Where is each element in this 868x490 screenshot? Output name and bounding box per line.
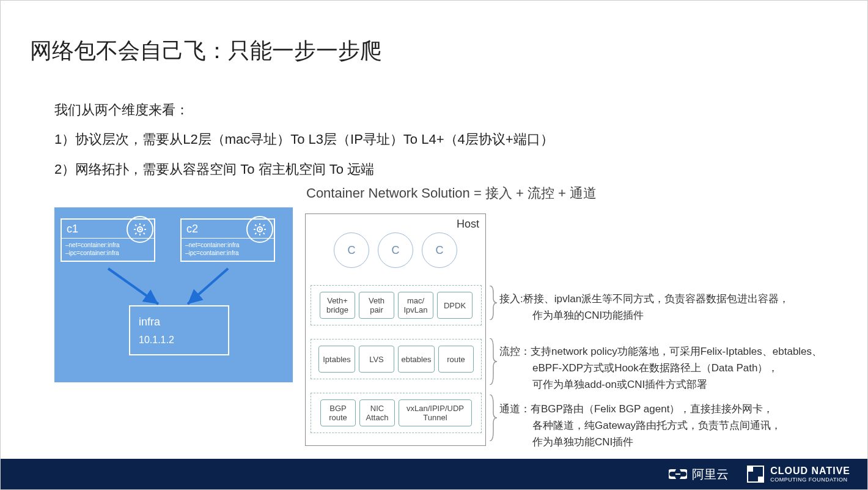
c2-label: c2: [186, 223, 198, 236]
slide: 网络包不会自己飞：只能一步一步爬 我们从两个维度来看： 1）协议层次，需要从L2…: [0, 0, 868, 490]
cncf-text: CLOUD NATIVE COMPUTING FOUNDATION: [770, 466, 850, 483]
svg-rect-8: [748, 466, 753, 472]
aliyun-text: 阿里云: [692, 466, 729, 483]
svg-rect-6: [675, 473, 680, 475]
desc-flow-l2: eBPF-XDP方式或Hook在数据路径上（Data Path），: [499, 360, 842, 376]
box-lvs: LVS: [359, 346, 394, 373]
brace-icon: [488, 286, 497, 320]
infra-ip: 10.1.1.2: [139, 335, 228, 346]
box-tunnel: vxLan/IPIP/UDPTunnel: [399, 399, 472, 426]
box-iptables: Iptables: [318, 346, 355, 373]
cncf-line1: CLOUD NATIVE: [770, 466, 850, 476]
desc-flow-l3: 可作为单独add-on或CNI插件方式部署: [499, 376, 842, 393]
aliyun-icon: [669, 467, 687, 481]
gear-icon: [127, 216, 153, 243]
desc-access-l1: 接入:桥接、ipvlan派生等不同方式，负责容器数据包进出容器，: [499, 291, 842, 307]
svg-rect-9: [758, 477, 763, 482]
cncf-line2: COMPUTING FOUNDATION: [770, 477, 850, 483]
host-diagram: Host C C C Veth+bridge Vethpair mac/IpvL…: [305, 213, 486, 446]
container-circle: C: [334, 232, 369, 268]
desc-flow-l1: 流控：支持network policy功能落地，可采用Felix-Iptable…: [499, 343, 842, 360]
desc-tunnel-l3: 作为单独功能CNI插件: [499, 434, 842, 450]
intro-line-0: 我们从两个维度来看：: [54, 95, 554, 125]
box-route: route: [438, 346, 474, 373]
intro-line-1: 1）协议层次，需要从L2层（mac寻址）To L3层（IP寻址）To L4+（4…: [54, 125, 554, 154]
infra-label: infra: [139, 316, 228, 329]
svg-marker-3: [259, 228, 262, 231]
box-bgp-route: BGProute: [320, 399, 356, 426]
gear-icon: [246, 216, 273, 243]
container-circles: C C C: [306, 232, 485, 273]
c2-sub2: –ipc=container:infra: [185, 249, 270, 257]
desc-flow: 流控：支持network policy功能落地，可采用Felix-Iptable…: [499, 343, 842, 393]
desc-access-l2: 作为单独的CNI功能插件: [499, 307, 842, 324]
access-layer: Veth+bridge Vethpair mac/IpvLan DPDK: [311, 285, 482, 325]
host-label: Host: [457, 218, 479, 231]
aliyun-logo: 阿里云: [669, 466, 729, 483]
container-circle: C: [422, 232, 457, 268]
footer-bar: 阿里云 CLOUD NATIVE COMPUTING FOUNDATION: [1, 459, 867, 489]
brace-icon: [488, 395, 497, 441]
container-circle: C: [378, 232, 413, 268]
formula-text: Container Network Solution = 接入 + 流控 + 通…: [306, 184, 597, 202]
desc-access: 接入:桥接、ipvlan派生等不同方式，负责容器数据包进出容器， 作为单独的CN…: [499, 291, 842, 324]
c1-label: c1: [67, 223, 78, 236]
box-dpdk: DPDK: [437, 292, 473, 319]
box-mac-ipvlan: mac/IpvLan: [398, 292, 433, 319]
desc-tunnel-l2: 各种隧道，纯Gateway路由托方式，负责节点间通讯，: [499, 417, 842, 434]
tunnel-layer: BGProute NICAttach vxLan/IPIP/UDPTunnel: [311, 393, 482, 433]
cncf-icon: [747, 466, 764, 483]
desc-tunnel: 通道：有BGP路由（Felix BGP agent），直接挂接外网卡， 各种隧道…: [499, 401, 842, 451]
box-veth-pair: Vethpair: [359, 292, 394, 319]
box-veth-bridge: Veth+bridge: [320, 292, 355, 319]
box-nic-attach: NICAttach: [359, 399, 395, 426]
flow-layer: Iptables LVS ebtables route: [311, 339, 482, 379]
box-ebtables: ebtables: [398, 346, 435, 373]
cncf-logo: CLOUD NATIVE COMPUTING FOUNDATION: [747, 466, 850, 483]
intro-block: 我们从两个维度来看： 1）协议层次，需要从L2层（mac寻址）To L3层（IP…: [54, 95, 554, 184]
svg-marker-1: [139, 228, 142, 231]
intro-line-2: 2）网络拓扑，需要从容器空间 To 宿主机空间 To 远端: [54, 155, 554, 184]
infra-box: infra 10.1.1.2: [129, 305, 229, 355]
brace-icon: [488, 338, 497, 385]
c1-sub2: –ipc=container:infra: [65, 249, 150, 257]
slide-title: 网络包不会自己飞：只能一步一步爬: [30, 36, 382, 66]
container-diagram: c1 –net=container:infra –ipc=container:i…: [54, 207, 293, 382]
desc-tunnel-l1: 通道：有BGP路由（Felix BGP agent），直接挂接外网卡，: [499, 401, 842, 417]
